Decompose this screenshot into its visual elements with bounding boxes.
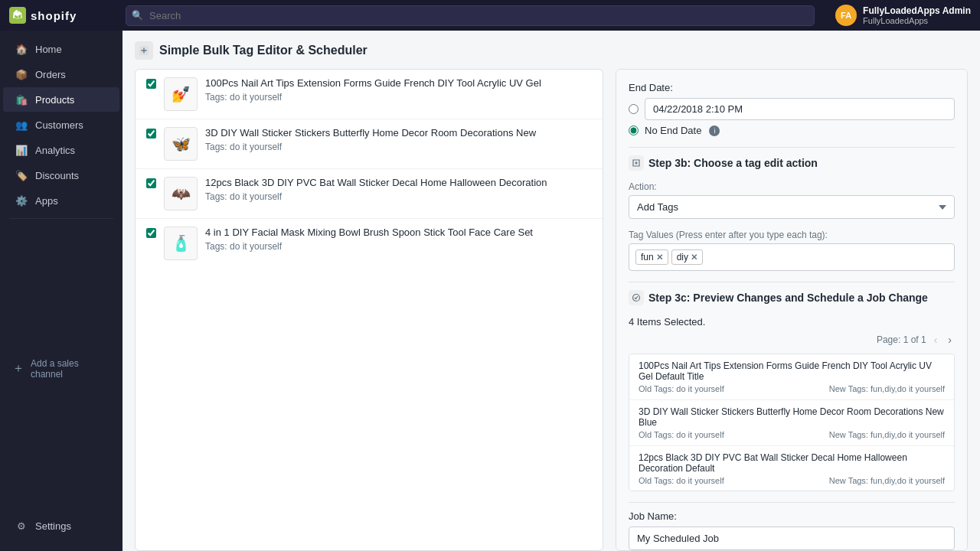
- tags-label: Tag Values (Press enter after you type e…: [629, 230, 955, 240]
- product-name-3: 12pcs Black 3D DIY PVC Bat Wall Sticker …: [205, 177, 592, 190]
- sidebar-item-settings[interactable]: ⚙ Settings: [3, 514, 119, 544]
- nav-separator: [9, 218, 113, 219]
- job-name-section: Job Name:: [629, 502, 955, 550]
- product-info-3: 12pcs Black 3D DIY PVC Bat Wall Sticker …: [205, 177, 592, 202]
- preview-row-title-3: 12pcs Black 3D DIY PVC Bat Wall Sticker …: [639, 452, 945, 474]
- avatar: FA: [835, 5, 857, 26]
- product-tags-2: Tags: do it yourself: [205, 142, 592, 152]
- tag-chip-diy-remove[interactable]: ✕: [691, 253, 697, 262]
- add-sales-channel-button[interactable]: ＋ Add a sales channel: [0, 352, 122, 386]
- tag-chip-fun-label: fun: [641, 252, 654, 262]
- sidebar-label-settings: Settings: [35, 520, 71, 532]
- pagination-row: Page: 1 of 1 ‹ ›: [629, 332, 955, 347]
- product-tags-4: Tags: do it yourself: [205, 241, 592, 252]
- sidebar-item-customers[interactable]: 👥 Customers: [3, 112, 119, 137]
- settings-icon: ⚙: [15, 520, 28, 532]
- list-item: 100Pcs Nail Art Tips Extension Forms Gui…: [629, 354, 954, 400]
- end-date-input[interactable]: [645, 98, 955, 120]
- sidebar: 🏠 Home 📦 Orders 🛍️ Products 👥 Customers …: [0, 31, 122, 551]
- new-tags-2: New Tags: fun,diy,do it yourself: [829, 430, 945, 439]
- end-date-radio-specific[interactable]: [629, 104, 639, 114]
- tag-chip-fun-remove[interactable]: ✕: [656, 253, 663, 262]
- list-item: 3D DIY Wall Sticker Stickers Butterfly H…: [629, 400, 954, 446]
- sidebar-item-apps[interactable]: ⚙️ Apps: [3, 188, 119, 213]
- preview-row-title-1: 100Pcs Nail Art Tips Extension Forms Gui…: [639, 360, 945, 382]
- discounts-icon: 🏷️: [15, 169, 28, 181]
- main-content: Simple Bulk Tag Editor & Scheduler 💅 100…: [122, 31, 980, 551]
- search-icon: 🔍: [132, 10, 143, 21]
- prev-page-button[interactable]: ‹: [931, 332, 941, 347]
- action-label: Action:: [629, 181, 955, 192]
- items-selected-count: 4 Items Selected.: [629, 316, 955, 328]
- no-end-date-label: No End Date: [645, 125, 701, 136]
- product-thumb-1: 💅: [164, 77, 198, 111]
- step-3b-header: Step 3b: Choose a tag edit action: [629, 147, 955, 171]
- step-3c-header: Step 3c: Preview Changes and Schedule a …: [629, 282, 955, 305]
- step-3c-label: Step 3c: Preview Changes and Schedule a …: [648, 292, 928, 304]
- user-area: FA FullyLoadedApps Admin FullyLoadedApps: [835, 5, 971, 26]
- sidebar-item-discounts[interactable]: 🏷️ Discounts: [3, 163, 119, 187]
- shopify-logo: shopify: [9, 7, 116, 24]
- shopify-logo-icon: [9, 7, 26, 24]
- product-name-2: 3D DIY Wall Sticker Stickers Butterfly H…: [205, 127, 592, 140]
- shopify-wordmark: shopify: [31, 9, 77, 22]
- sidebar-label-customers: Customers: [35, 119, 83, 131]
- add-channel-label: Add a sales channel: [31, 358, 110, 380]
- search-input[interactable]: [126, 5, 815, 26]
- job-name-label: Job Name:: [629, 510, 955, 522]
- preview-row-tags-3: Old Tags: do it yourself New Tags: fun,d…: [639, 476, 945, 485]
- product-checkbox-1[interactable]: [146, 79, 156, 89]
- apps-icon: ⚙️: [15, 194, 28, 207]
- action-section: Action: Add Tags Remove Tags Replace Tag…: [629, 181, 955, 219]
- preview-row-tags-2: Old Tags: do it yourself New Tags: fun,d…: [639, 430, 945, 439]
- end-date-label: End Date:: [629, 82, 955, 93]
- next-page-button[interactable]: ›: [945, 332, 955, 347]
- right-panel: End Date: No End Date i Step 3b: Choose …: [616, 69, 968, 551]
- table-row: 💅 100Pcs Nail Art Tips Extension Forms G…: [136, 70, 603, 119]
- product-tags-1: Tags: do it yourself: [205, 92, 592, 103]
- sidebar-item-orders[interactable]: 📦 Orders: [3, 62, 119, 86]
- list-item: 12pcs Black 3D DIY PVC Bat Wall Sticker …: [629, 446, 954, 491]
- user-store: FullyLoadedApps: [863, 16, 971, 25]
- tags-section: Tag Values (Press enter after you type e…: [629, 230, 955, 271]
- no-end-date-radio[interactable]: [629, 126, 639, 135]
- product-info-4: 4 in 1 DIY Facial Mask Mixing Bowl Brush…: [205, 227, 592, 252]
- no-end-date-info-icon[interactable]: i: [709, 126, 720, 136]
- product-checkbox-3[interactable]: [146, 178, 156, 188]
- preview-row-title-2: 3D DIY Wall Sticker Stickers Butterfly H…: [639, 406, 945, 428]
- product-info-2: 3D DIY Wall Sticker Stickers Butterfly H…: [205, 127, 592, 152]
- table-row: 🦋 3D DIY Wall Sticker Stickers Butterfly…: [136, 119, 603, 169]
- tag-chip-diy: diy ✕: [671, 249, 703, 265]
- action-select[interactable]: Add Tags Remove Tags Replace Tags: [629, 195, 955, 219]
- page-header-icon: [135, 41, 153, 60]
- product-info-1: 100Pcs Nail Art Tips Extension Forms Gui…: [205, 77, 592, 103]
- topbar: shopify 🔍 FA FullyLoadedApps Admin Fully…: [0, 0, 980, 31]
- page-header: Simple Bulk Tag Editor & Scheduler: [135, 41, 968, 60]
- preview-list: 100Pcs Nail Art Tips Extension Forms Gui…: [629, 354, 955, 491]
- add-icon: ＋: [12, 360, 24, 377]
- sidebar-item-analytics[interactable]: 📊 Analytics: [3, 138, 119, 162]
- new-tags-1: New Tags: fun,diy,do it yourself: [829, 384, 945, 393]
- sidebar-item-products[interactable]: 🛍️ Products: [3, 87, 119, 112]
- preview-row-tags-1: Old Tags: do it yourself New Tags: fun,d…: [639, 384, 945, 393]
- job-name-input[interactable]: [629, 527, 955, 550]
- old-tags-1: Old Tags: do it yourself: [639, 384, 724, 393]
- product-thumb-4: 🧴: [164, 227, 198, 260]
- step-3b-icon: [629, 155, 644, 171]
- customers-icon: 👥: [15, 119, 28, 131]
- products-icon: 🛍️: [15, 93, 28, 106]
- step-3c-icon: [629, 290, 644, 305]
- user-name: FullyLoadedApps Admin: [863, 5, 971, 16]
- analytics-icon: 📊: [15, 144, 28, 156]
- product-checkbox-2[interactable]: [146, 129, 156, 139]
- table-row: 🦇 12pcs Black 3D DIY PVC Bat Wall Sticke…: [136, 169, 603, 219]
- sidebar-label-discounts: Discounts: [35, 170, 79, 181]
- end-date-radio-row: [629, 98, 955, 120]
- product-name-4: 4 in 1 DIY Facial Mask Mixing Bowl Brush…: [205, 227, 592, 240]
- tags-input-area[interactable]: fun ✕ diy ✕: [629, 243, 955, 271]
- tag-chip-diy-label: diy: [677, 252, 688, 262]
- product-checkbox-4[interactable]: [146, 228, 156, 238]
- no-end-date-row: No End Date i: [629, 125, 955, 136]
- sidebar-label-orders: Orders: [35, 69, 66, 80]
- sidebar-item-home[interactable]: 🏠 Home: [3, 37, 119, 61]
